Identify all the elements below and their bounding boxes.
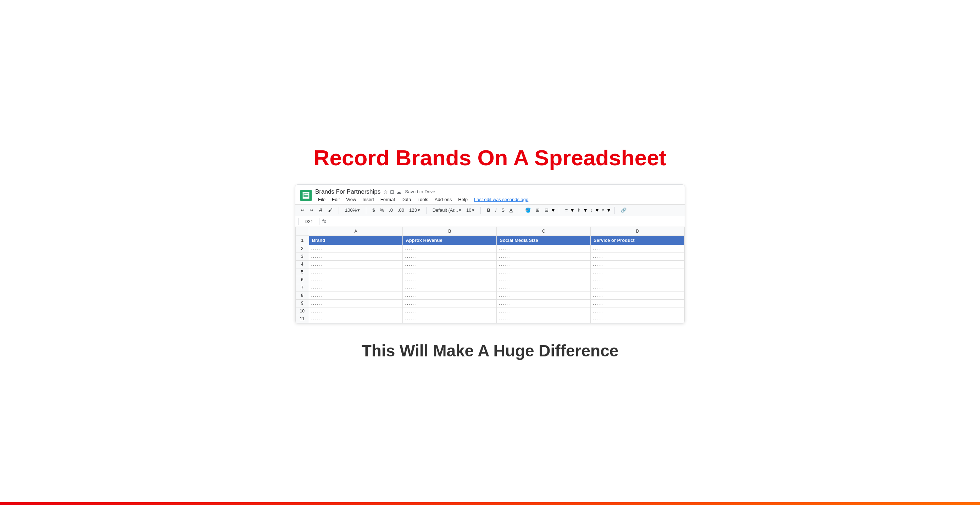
zoom-dropdown[interactable]: 100% ▾ — [343, 207, 362, 213]
menu-view[interactable]: View — [343, 196, 359, 203]
last-edit-label[interactable]: Last edit was seconds ago — [474, 197, 528, 202]
decimal-00-button[interactable]: .00 — [396, 207, 406, 213]
font-arrow-icon: ▾ — [459, 207, 461, 213]
table-row: 5 ...... ...... ...... ...... — [296, 268, 685, 276]
cell-8b[interactable]: ...... — [403, 292, 497, 299]
cell-6c[interactable]: ...... — [497, 276, 591, 284]
cell-2b[interactable]: ...... — [403, 245, 497, 253]
cell-5b[interactable]: ...... — [403, 268, 497, 276]
header-brand[interactable]: Brand — [309, 236, 403, 245]
cell-7b[interactable]: ...... — [403, 284, 497, 292]
row-num-4: 4 — [296, 260, 309, 268]
underline-button[interactable]: A — [508, 207, 514, 213]
text-rotate-button[interactable]: ↕ — [588, 207, 594, 213]
cell-5a[interactable]: ...... — [309, 268, 403, 276]
currency-button[interactable]: $ — [371, 207, 377, 213]
cell-11d[interactable]: ...... — [591, 315, 685, 323]
cell-10b[interactable]: ...... — [403, 307, 497, 315]
undo-button[interactable]: ↩ — [299, 207, 306, 213]
cell-5c[interactable]: ...... — [497, 268, 591, 276]
header-social[interactable]: Social Media Size — [497, 236, 591, 245]
menu-insert[interactable]: Insert — [360, 196, 377, 203]
header-revenue[interactable]: Approx Revenue — [403, 236, 497, 245]
decimal-0-button[interactable]: .0 — [387, 207, 395, 213]
merge-button[interactable]: ⊟ — [543, 207, 550, 213]
zoom-value: 100% — [345, 207, 357, 213]
menu-addons[interactable]: Add-ons — [432, 196, 455, 203]
print-button[interactable]: 🖨 — [317, 207, 325, 213]
menu-help[interactable]: Help — [455, 196, 471, 203]
formula-input[interactable] — [329, 219, 682, 224]
font-dropdown[interactable]: Default (Ar... ▾ — [431, 207, 463, 213]
col-header-a[interactable]: A — [309, 227, 403, 236]
cell-9c[interactable]: ...... — [497, 299, 591, 307]
cell-reference-input[interactable] — [298, 218, 320, 225]
menu-edit[interactable]: Edit — [329, 196, 342, 203]
cell-4c[interactable]: ...... — [497, 260, 591, 268]
cell-3b[interactable]: ...... — [403, 253, 497, 260]
extra-tools-group: 🪣 ⊞ ⊟ ▾ — [523, 207, 555, 213]
cell-4d[interactable]: ...... — [591, 260, 685, 268]
menu-file[interactable]: File — [315, 196, 328, 203]
cell-6a[interactable]: ...... — [309, 276, 403, 284]
cell-2d[interactable]: ...... — [591, 245, 685, 253]
col-header-d[interactable]: D — [591, 227, 685, 236]
formula-bar: fx — [295, 216, 685, 227]
number-format-button[interactable]: 123 ▾ — [407, 207, 422, 213]
row-num-3: 3 — [296, 253, 309, 260]
col-header-b[interactable]: B — [403, 227, 497, 236]
cell-2c[interactable]: ...... — [497, 245, 591, 253]
cell-11a[interactable]: ...... — [309, 315, 403, 323]
cell-3c[interactable]: ...... — [497, 253, 591, 260]
italic-button[interactable]: I — [493, 207, 498, 213]
cell-3d[interactable]: ...... — [591, 253, 685, 260]
font-group: Default (Ar... ▾ 10 ▾ — [431, 207, 477, 213]
star-icon[interactable]: ☆ — [383, 189, 388, 195]
column-header-row: A B C D — [296, 227, 685, 236]
redo-button[interactable]: ↪ — [308, 207, 315, 213]
font-size-dropdown[interactable]: 10 ▾ — [465, 207, 476, 213]
more-tools-button[interactable]: ▿ — [600, 207, 606, 213]
cell-3a[interactable]: ...... — [309, 253, 403, 260]
percent-button[interactable]: % — [378, 207, 386, 213]
cell-6d[interactable]: ...... — [591, 276, 685, 284]
header-service[interactable]: Service or Product — [591, 236, 685, 245]
align-button[interactable]: ≡ — [563, 207, 570, 213]
valign-button[interactable]: ⇕ — [575, 207, 582, 213]
paint-format-button[interactable]: 🖌 — [326, 207, 334, 213]
cell-6b[interactable]: ...... — [403, 276, 497, 284]
menu-tools[interactable]: Tools — [414, 196, 431, 203]
cell-8a[interactable]: ...... — [309, 292, 403, 299]
folder-icon[interactable]: ⊡ — [390, 189, 394, 195]
link-button[interactable]: 🔗 — [619, 207, 628, 213]
cell-10c[interactable]: ...... — [497, 307, 591, 315]
cell-2a[interactable]: ...... — [309, 245, 403, 253]
cell-11c[interactable]: ...... — [497, 315, 591, 323]
menu-format[interactable]: Format — [378, 196, 398, 203]
col-header-c[interactable]: C — [497, 227, 591, 236]
cell-9a[interactable]: ...... — [309, 299, 403, 307]
cell-5d[interactable]: ...... — [591, 268, 685, 276]
cell-9d[interactable]: ...... — [591, 299, 685, 307]
strikethrough-button[interactable]: S — [500, 207, 506, 213]
cell-10d[interactable]: ...... — [591, 307, 685, 315]
row-num-7: 7 — [296, 284, 309, 292]
bold-button[interactable]: B — [485, 207, 492, 213]
cell-9b[interactable]: ...... — [403, 299, 497, 307]
cell-4b[interactable]: ...... — [403, 260, 497, 268]
text-rotate-arrow-icon: ▾ — [596, 207, 598, 213]
fill-color-button[interactable]: 🪣 — [523, 207, 533, 213]
cell-10a[interactable]: ...... — [309, 307, 403, 315]
row-num-6: 6 — [296, 276, 309, 284]
borders-button[interactable]: ⊞ — [534, 207, 541, 213]
menu-data[interactable]: Data — [399, 196, 414, 203]
cell-8c[interactable]: ...... — [497, 292, 591, 299]
cell-8d[interactable]: ...... — [591, 292, 685, 299]
cell-7c[interactable]: ...... — [497, 284, 591, 292]
row-num-11: 11 — [296, 315, 309, 323]
cell-7a[interactable]: ...... — [309, 284, 403, 292]
cell-7d[interactable]: ...... — [591, 284, 685, 292]
cell-4a[interactable]: ...... — [309, 260, 403, 268]
table-row: 9 ...... ...... ...... ...... — [296, 299, 685, 307]
cell-11b[interactable]: ...... — [403, 315, 497, 323]
